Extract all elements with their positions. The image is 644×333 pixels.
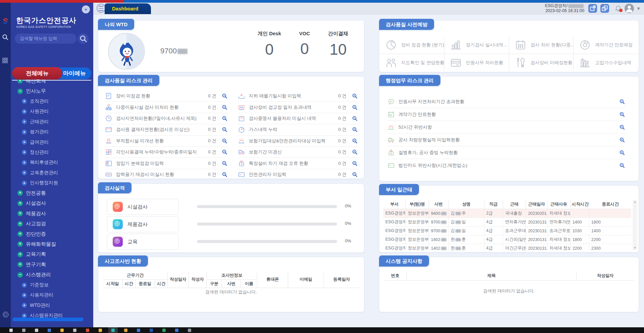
magnifier-icon[interactable] [352, 104, 358, 110]
prevention-tile-0[interactable]: 장비 점검 현황 (분기) [380, 36, 444, 54]
sidebar-item-16[interactable]: +유해화학물질 [11, 239, 93, 249]
sidebar-item-1[interactable]: −인사노무 [11, 86, 93, 96]
tab-dashboard[interactable]: Dashboard [105, 3, 151, 14]
performance-category-button[interactable]: 제품검사 [107, 216, 179, 232]
sidebar-item-6[interactable]: +급여관리 [11, 137, 93, 147]
magnifier-icon[interactable] [619, 162, 625, 169]
expand-icon[interactable]: + [22, 283, 27, 288]
taskbar-app-icon-13[interactable] [175, 329, 178, 332]
quality-risk-right-row-7[interactable]: 안전관리자 미입력0 건 [238, 169, 358, 180]
taskbar-app-icon-6[interactable] [86, 329, 89, 332]
taskbar-app-icon-14[interactable] [188, 329, 191, 332]
stat-personal-desk[interactable]: 개인 Desk0 [251, 31, 288, 58]
expand-icon[interactable]: + [17, 201, 23, 206]
quality-risk-left-row-4[interactable]: 부적합시설 미개선 현황0 건 [105, 136, 228, 147]
sidebar-item-15[interactable]: +진단인증 [11, 229, 93, 239]
quality-risk-right-row-1[interactable]: 검사장비 검교정 일자 초과내역0 건 [238, 102, 358, 113]
magnifier-icon[interactable] [222, 104, 228, 110]
attendance-row-3[interactable]: ESG경영처정보운영부1402한훈4급시간외(일반20230131차세대 정보1… [383, 235, 631, 244]
magnifier-icon[interactable] [352, 115, 358, 122]
magnifier-icon[interactable] [619, 150, 625, 156]
expand-icon[interactable]: + [17, 211, 23, 216]
magnifier-icon[interactable] [222, 138, 228, 144]
attendance-row-0[interactable]: ESG경영처정보운영부9400김주2급국내출장20230201차세대 정보 [383, 209, 631, 218]
expand-icon[interactable]: + [17, 221, 23, 227]
expand-icon[interactable]: + [22, 293, 27, 298]
magnifier-icon[interactable] [619, 99, 625, 105]
expand-icon[interactable]: + [17, 241, 23, 247]
sidebar-item-2[interactable]: +조직관리 [11, 96, 93, 106]
stat-quick-approval[interactable]: 간이결재10 [320, 31, 357, 58]
sidebar-item-8[interactable]: +복리후생관리 [11, 157, 93, 168]
menu-search-button[interactable] [78, 33, 89, 44]
sidebar-scrollbar-thumb[interactable] [12, 318, 84, 321]
performance-category-button[interactable]: 시설검사 [107, 199, 179, 215]
expand-icon[interactable]: + [22, 130, 27, 135]
quality-risk-right-row-5[interactable]: 보험기간 미갱신0 건 [238, 147, 358, 158]
magnifier-icon[interactable] [619, 124, 625, 130]
sidebar-item-7[interactable]: +정산관리 [11, 147, 93, 157]
sidebar-item-13[interactable]: +제품검사 [11, 208, 93, 219]
quality-risk-left-row-6[interactable]: 정압기 분해점검 미입력0 건 [105, 158, 228, 169]
expand-icon[interactable]: + [22, 170, 27, 175]
sidebar-item-11[interactable]: +안전공통 [11, 188, 93, 198]
sidebar-item-10[interactable]: +인사행정지원 [11, 178, 93, 188]
attendance-row-2[interactable]: ESG경영처정보운영부9700김일4급초과근무대20230131초과근무로103… [383, 227, 631, 235]
quality-risk-right-row-0[interactable]: 지하 매몰기밀시험 미입력0 건 [238, 91, 358, 102]
admin-risk-row-3[interactable]: 공사 차량운행실적 미입력현황 [387, 134, 625, 146]
expand-icon[interactable]: + [22, 150, 27, 155]
quality-risk-left-row-3[interactable]: 검사원 결재지연현황(검사표 미상신)0 건 [105, 124, 228, 135]
notifications-bell-icon[interactable] [614, 5, 622, 12]
taskbar-app-icon-12[interactable] [162, 329, 166, 332]
avatar[interactable] [625, 4, 634, 13]
sidebar-item-12[interactable]: +시설검사 [11, 198, 93, 208]
magnifier-icon[interactable] [352, 149, 358, 155]
magnifier-icon[interactable] [222, 93, 228, 99]
attendance-scrollbar[interactable]: ▲▼ [633, 200, 637, 250]
menu-search-input[interactable]: 검색할 메뉴명 입력 [15, 34, 76, 44]
expand-icon[interactable]: + [17, 262, 23, 267]
attendance-row-1[interactable]: ESG경영처정보운영부9700김일4급연차휴가(반20230131연차휴가(반1… [383, 218, 631, 227]
prevention-tile-4[interactable]: 지도확인 및 면담현황 [380, 54, 444, 72]
prevention-tile-1[interactable]: 정기검사 실시내역... [444, 36, 509, 54]
sidebar-item-9[interactable]: +교육훈련관리 [11, 168, 93, 178]
sidebar-item-18[interactable]: +연구기획 [11, 259, 93, 270]
magnifier-icon[interactable] [619, 137, 625, 143]
taskbar-app-icon-9[interactable] [124, 329, 127, 332]
taskbar-app-icon-10[interactable] [137, 329, 140, 332]
stat-voc[interactable]: VOC0 [286, 31, 323, 58]
taskbar-app-icon-8[interactable] [111, 329, 115, 332]
expand-icon[interactable]: + [17, 231, 23, 237]
attendance-row-4[interactable]: ESG경영처정보운영부1402한훈4급야간근무(본20230131차세대 정보2… [383, 244, 631, 251]
magnifier-icon[interactable] [352, 93, 358, 99]
quality-risk-left-row-5[interactable]: 각인사용결재 누락/수량누락/종류미일지0 건 [105, 147, 228, 158]
quality-risk-right-row-3[interactable]: 가스내역 누락0 건 [238, 124, 358, 135]
expand-icon[interactable]: + [22, 181, 27, 186]
admin-risk-row-2[interactable]: 52시간 위반사항 [387, 121, 625, 134]
sidebar-item-22[interactable]: +WTD관리 [11, 300, 93, 311]
expand-icon[interactable]: + [22, 303, 27, 308]
open-window-button[interactable] [588, 4, 597, 13]
magnifier-icon[interactable] [222, 127, 228, 133]
sidebar-item-3[interactable]: +사원관리 [11, 106, 93, 116]
sidebar-item-21[interactable]: +사용자관리 [11, 290, 93, 300]
magnifier-icon[interactable] [352, 172, 358, 178]
sidebar-item-19[interactable]: −시스템관리 [11, 270, 93, 280]
expand-icon[interactable]: + [22, 109, 27, 114]
settings-gear-icon[interactable] [2, 311, 9, 318]
chevron-down-icon[interactable]: ▼ [636, 6, 641, 11]
magnifier-icon[interactable] [352, 160, 358, 166]
taskbar-app-icon-1[interactable] [22, 329, 25, 332]
collapse-icon[interactable]: − [17, 272, 23, 278]
magnifier-icon[interactable] [352, 127, 358, 133]
hamburger-menu-icon[interactable] [97, 4, 106, 13]
quality-risk-left-row-7[interactable]: 압력용기 재검사 미실시 현황0 건 [105, 169, 228, 180]
expand-icon[interactable]: + [22, 99, 27, 104]
sidebar-item-20[interactable]: +기준정보 [11, 280, 93, 290]
magnifier-icon[interactable] [352, 138, 358, 144]
expand-icon[interactable]: + [22, 119, 27, 124]
sidebar-collapse-button[interactable]: « [82, 5, 90, 13]
sidebar-item-17[interactable]: +교육기획 [11, 249, 93, 259]
tab-my-menu[interactable]: 마이메뉴 [58, 67, 91, 79]
magnifier-icon[interactable] [619, 111, 625, 117]
